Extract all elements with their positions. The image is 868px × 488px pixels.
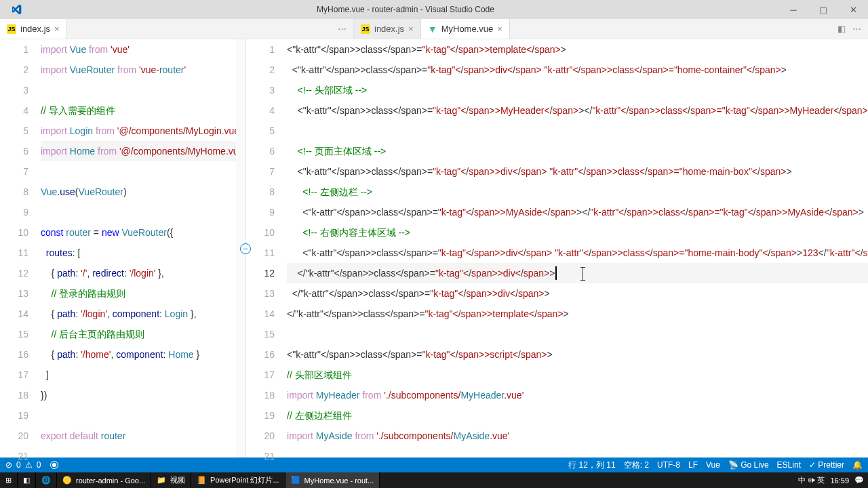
- windows-taskbar: ⊞◧🌐🟡router-admin - Goo...📁视频📙PowerPoint …: [0, 472, 868, 488]
- window-controls: ─ ▢ ✕: [778, 0, 868, 19]
- titlebar: MyHome.vue - router-admin - Visual Studi…: [0, 0, 868, 19]
- taskbar-item[interactable]: 🟦MyHome.vue - rout...: [285, 472, 380, 488]
- line-gutter-2: 123456789101112131415161718192021: [246, 39, 287, 458]
- tab-close-icon[interactable]: ×: [497, 24, 502, 34]
- more-actions-icon[interactable]: ⋯: [852, 24, 861, 34]
- tab-group-2-actions: ◧ ⋯: [837, 19, 868, 39]
- close-button[interactable]: ✕: [838, 0, 868, 19]
- taskbar-item[interactable]: ◧: [18, 472, 36, 488]
- tab-close-icon[interactable]: ×: [54, 24, 60, 34]
- live-server-icon[interactable]: [50, 461, 58, 469]
- code-area-1[interactable]: import Vue from 'vue'import VueRouter fr…: [41, 39, 245, 458]
- editor-tab[interactable]: ▼MyHome.vue×: [421, 19, 510, 39]
- editor-group-2[interactable]: 123456789101112131415161718192021 <"k-at…: [246, 39, 868, 458]
- taskbar-item[interactable]: ⊞: [0, 472, 18, 488]
- taskbar-item[interactable]: 📁视频: [151, 472, 191, 488]
- taskbar-item[interactable]: 🌐: [36, 472, 57, 488]
- code-area-2[interactable]: <"k-attr"</span>>class</span>="k-tag"</s…: [287, 39, 868, 458]
- vscode-logo-icon: [0, 4, 33, 15]
- tab-group-1-actions: ⋯: [338, 19, 353, 39]
- taskbar-item[interactable]: 🟡router-admin - Goo...: [57, 472, 151, 488]
- main-area: 123456789101112131415161718192021 import…: [0, 39, 868, 458]
- editor-tab[interactable]: JSindex.js×: [0, 19, 67, 39]
- editor-tab[interactable]: JSindex.js×: [354, 19, 421, 39]
- editor-tabs: JSindex.js× ⋯ JSindex.js×▼MyHome.vue× ◧ …: [0, 19, 868, 39]
- line-gutter-1: 123456789101112131415161718192021: [0, 39, 41, 458]
- editor-group-1[interactable]: 123456789101112131415161718192021 import…: [0, 39, 246, 458]
- system-tray[interactable]: 中 🕪 英16:59💬: [798, 475, 868, 485]
- split-layout-icon[interactable]: ◧: [837, 24, 846, 34]
- tab-group-1: JSindex.js×: [0, 19, 338, 39]
- window-title: MyHome.vue - router-admin - Visual Studi…: [33, 5, 778, 14]
- tab-group-2: JSindex.js×▼MyHome.vue×: [354, 19, 510, 39]
- taskbar-item[interactable]: 📙PowerPoint 幻灯片...: [191, 472, 285, 488]
- maximize-button[interactable]: ▢: [808, 0, 838, 19]
- minimize-button[interactable]: ─: [778, 0, 808, 19]
- tab-close-icon[interactable]: ×: [408, 24, 414, 34]
